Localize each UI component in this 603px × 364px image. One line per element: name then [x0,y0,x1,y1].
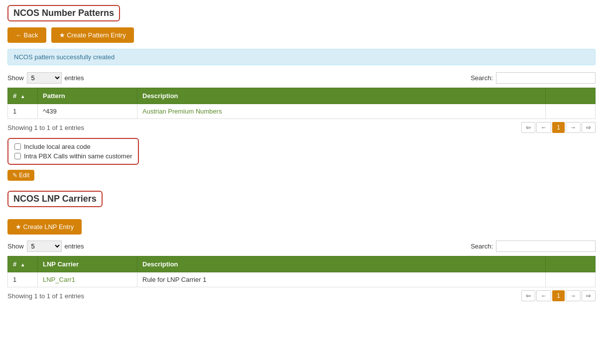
patterns-show-entries: Show 5 10 25 50 entries [7,72,84,84]
col-pattern: Pattern [38,88,137,104]
col-action [546,88,596,104]
lnp-show-entries: Show 5 10 25 50 entries [7,241,84,252]
show-label: Show [7,74,24,82]
lnp-table: # ▲ LNP Carrier Description 1 LNP_Carr1 … [7,256,596,287]
lnp-show-label: Show [7,243,24,250]
lnp-toolbar: ★ Create LNP Entry [7,219,596,235]
row-pattern: ^439 [38,104,137,119]
lnp-col-action [546,256,596,272]
page-1-btn[interactable]: 1 [552,122,565,133]
ncos-patterns-title: NCOS Number Patterns [7,5,120,21]
patterns-table-footer: Showing 1 to 1 of 1 entries ⇦ ← 1 → ⇨ [7,122,596,133]
lnp-row-description: Rule for LNP Carrier 1 [137,272,546,287]
lnp-carrier-link[interactable]: LNP_Carr1 [43,276,75,283]
create-lnp-button[interactable]: ★ Create LNP Entry [7,219,82,235]
lnp-search-box: Search: [471,241,596,252]
lnp-first-page-btn[interactable]: ⇦ [521,290,535,301]
lnp-prev-page-btn[interactable]: ← [536,290,551,301]
table-row: 1 ^439 Austrian Premium Numbers [8,104,596,119]
lnp-search-input[interactable] [496,241,596,252]
next-page-btn[interactable]: → [566,122,581,133]
lnp-col-id: # ▲ [8,256,38,272]
success-banner: NCOS pattern successfully created [7,49,596,65]
row-description-link[interactable]: Austrian Premium Numbers [142,108,222,115]
patterns-search-box: Search: [471,72,596,84]
row-actions [546,104,596,119]
prev-page-btn[interactable]: ← [536,122,551,133]
include-local-row: Include local area code [14,143,132,150]
create-pattern-button[interactable]: ★ Create Pattern Entry [51,27,134,43]
patterns-showing-text: Showing 1 to 1 of 1 entries [7,124,84,131]
options-area: Include local area code Intra PBX Calls … [7,138,139,165]
row-description: Austrian Premium Numbers [137,104,546,119]
lnp-col-description: Description [137,256,546,272]
row-id: 1 [8,104,38,119]
lnp-show-select[interactable]: 5 10 25 50 [27,241,62,252]
lnp-row-carrier: LNP_Carr1 [38,272,137,287]
patterns-table: # ▲ Pattern Description 1 ^439 Austrian … [7,88,596,119]
lnp-pagination: ⇦ ← 1 → ⇨ [521,290,596,301]
include-local-label: Include local area code [24,143,91,150]
lnp-col-carrier: LNP Carrier [38,256,137,272]
lnp-row-id: 1 [8,272,38,287]
lnp-table-row: 1 LNP_Carr1 Rule for LNP Carrier 1 [8,272,596,287]
lnp-row-actions [546,272,596,287]
patterns-toolbar: ← Back ★ Create Pattern Entry [7,27,596,43]
last-page-btn[interactable]: ⇨ [582,122,596,133]
patterns-show-select[interactable]: 5 10 25 50 [27,72,62,84]
back-button[interactable]: ← Back [7,27,46,43]
ncos-lnp-title: NCOS LNP Carriers [7,191,103,207]
edit-button[interactable]: ✎ Edit [7,170,34,181]
lnp-table-controls: Show 5 10 25 50 entries Search: [7,241,596,252]
intra-pbx-checkbox[interactable] [14,153,21,159]
lnp-next-page-btn[interactable]: → [566,290,581,301]
first-page-btn[interactable]: ⇦ [521,122,535,133]
patterns-table-controls: Show 5 10 25 50 entries Search: [7,72,596,84]
lnp-last-page-btn[interactable]: ⇨ [582,290,596,301]
lnp-entries-label: entries [65,243,84,250]
entries-label: entries [65,74,84,82]
col-id: # ▲ [8,88,38,104]
include-local-checkbox[interactable] [14,143,21,150]
lnp-showing-text: Showing 1 to 1 of 1 entries [7,292,84,300]
col-description: Description [137,88,546,104]
patterns-search-input[interactable] [496,72,596,84]
patterns-pagination: ⇦ ← 1 → ⇨ [521,122,596,133]
search-label: Search: [471,74,493,82]
intra-pbx-label: Intra PBX Calls within same customer [24,152,132,160]
lnp-search-label: Search: [471,243,493,250]
edit-btn-row: ✎ Edit [7,170,596,181]
lnp-page-1-btn[interactable]: 1 [552,290,565,301]
lnp-table-footer: Showing 1 to 1 of 1 entries ⇦ ← 1 → ⇨ [7,290,596,301]
intra-pbx-row: Intra PBX Calls within same customer [14,152,132,160]
